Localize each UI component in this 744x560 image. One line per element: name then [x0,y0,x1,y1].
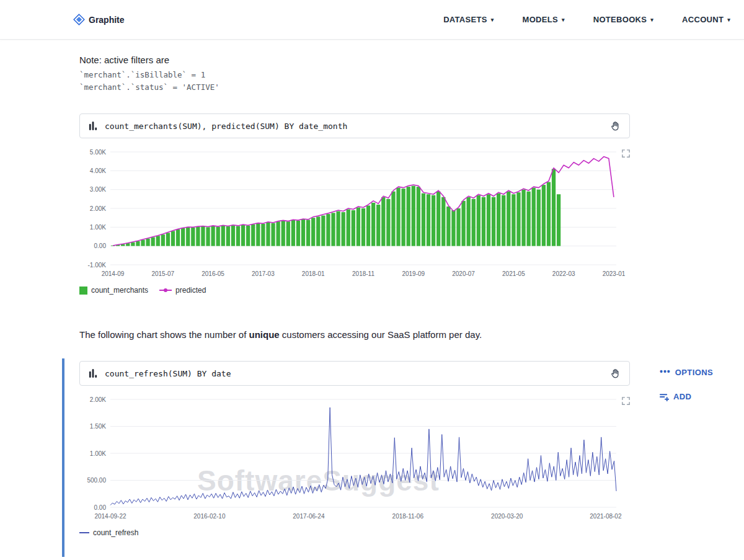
options-label: OPTIONS [675,368,713,377]
main-nav: DATASETS ▾ MODELS ▾ NOTEBOOKS ▾ ACCOUNT … [443,15,730,24]
merchants-chart-legend: count_merchants predicted [79,286,630,295]
caret-down-icon: ▾ [562,17,565,23]
svg-text:1.00K: 1.00K [90,450,106,457]
caret-down-icon: ▾ [727,17,730,23]
refresh-chart-header: count_refresh(SUM) BY date [79,361,630,386]
refresh-chart-title: count_refresh(SUM) BY date [105,369,603,378]
options-button[interactable]: ••• OPTIONS [660,367,744,377]
svg-text:500.00: 500.00 [87,477,106,484]
svg-text:2020-03-20: 2020-03-20 [491,513,523,520]
svg-text:2017-06-24: 2017-06-24 [293,513,325,520]
caret-down-icon: ▾ [491,17,494,23]
graphite-logo-icon [73,14,85,25]
refresh-chart-area: SoftwareSuggest 2.00K1.50K1.00K500.000.0… [79,394,630,523]
bar-chart-icon [88,368,98,379]
svg-text:4.00K: 4.00K [90,167,106,174]
content: Note: active filters are `merchant`.`isB… [0,40,744,537]
drag-handle-icon[interactable] [609,368,621,380]
merchants-chart-header: count_merchants(SUM), predicted(SUM) BY … [79,113,630,138]
nav-notebooks[interactable]: NOTEBOOKS ▾ [593,15,653,24]
svg-text:5.00K: 5.00K [90,149,106,156]
nav-account-label: ACCOUNT [682,15,724,24]
svg-text:2021-05: 2021-05 [502,270,525,277]
legend-label: count_refresh [93,528,138,537]
svg-text:2014-09-22: 2014-09-22 [94,513,126,520]
svg-text:2.00K: 2.00K [90,205,106,212]
svg-text:2016-05: 2016-05 [202,270,224,277]
svg-text:2018-01: 2018-01 [302,270,325,277]
svg-text:2023-01: 2023-01 [603,270,626,277]
svg-text:2.00K: 2.00K [90,396,106,403]
merchants-chart-area: 5.00K4.00K3.00K2.00K1.00K0.00-1.00K2014-… [79,147,630,281]
nav-datasets-label: DATASETS [443,15,487,24]
description-paragraph: The following chart shows the number of … [79,329,744,340]
legend-label: predicted [175,286,206,295]
refresh-chart-legend: count_refresh [79,528,630,537]
svg-text:-1.00K: -1.00K [88,262,107,269]
ellipsis-icon: ••• [660,367,671,376]
green-bar-swatch [79,287,87,295]
svg-text:2016-02-10: 2016-02-10 [193,513,226,520]
svg-text:2017-03: 2017-03 [252,270,275,277]
nav-models-label: MODELS [523,15,558,24]
svg-text:2021-08-02: 2021-08-02 [590,513,622,520]
filter-expression: `merchant`.`isBillable` = 1 [79,69,744,81]
merchants-chart-block: count_merchants(SUM), predicted(SUM) BY … [79,113,630,295]
nav-datasets[interactable]: DATASETS ▾ [443,15,494,24]
caret-down-icon: ▾ [650,17,653,23]
page: Graphite DATASETS ▾ MODELS ▾ NOTEBOOKS ▾… [0,0,744,560]
add-button[interactable]: ADD [660,392,744,401]
drag-handle-icon[interactable] [609,120,621,132]
blue-line-swatch [79,532,89,533]
side-actions: ••• OPTIONS ADD [660,367,744,401]
note-title: Note: active filters are [79,55,744,65]
nav-notebooks-label: NOTEBOOKS [593,15,647,24]
add-list-icon [660,393,669,401]
nav-models[interactable]: MODELS ▾ [523,15,565,24]
merchants-chart-svg[interactable]: 5.00K4.00K3.00K2.00K1.00K0.00-1.00K2014-… [79,147,630,281]
selection-accent-bar [62,358,64,557]
magenta-line-swatch [159,290,172,291]
svg-text:1.50K: 1.50K [90,423,106,430]
merchants-chart-title: count_merchants(SUM), predicted(SUM) BY … [105,122,603,131]
legend-count-refresh[interactable]: count_refresh [79,528,138,537]
bar-chart-icon [88,121,98,131]
svg-text:0.00: 0.00 [94,242,107,249]
brand-name: Graphite [89,15,125,25]
svg-text:2015-07: 2015-07 [151,270,174,277]
svg-text:2018-11: 2018-11 [352,270,374,277]
svg-text:3.00K: 3.00K [90,186,106,193]
svg-text:2018-11-06: 2018-11-06 [392,513,424,520]
top-nav-bar: Graphite DATASETS ▾ MODELS ▾ NOTEBOOKS ▾… [0,0,744,40]
legend-count-merchants[interactable]: count_merchants [79,286,148,295]
legend-label: count_merchants [91,286,148,295]
svg-text:2020-07: 2020-07 [452,270,475,277]
filter-expression: `merchant`.`status` = 'ACTIVE' [79,81,744,94]
add-label: ADD [673,392,691,401]
refresh-chart-block: count_refresh(SUM) BY date SoftwareSugge… [79,361,630,537]
filters-note: Note: active filters are `merchant`.`isB… [79,55,744,94]
refresh-chart-svg[interactable]: 2.00K1.50K1.00K500.000.002014-09-222016-… [79,394,630,523]
brand[interactable]: Graphite [73,14,125,25]
svg-text:2014-09: 2014-09 [102,270,125,277]
legend-predicted[interactable]: predicted [159,286,206,295]
svg-text:0.00: 0.00 [94,504,107,511]
nav-account[interactable]: ACCOUNT ▾ [682,15,730,24]
svg-text:1.00K: 1.00K [90,224,106,231]
svg-text:2022-03: 2022-03 [552,270,575,277]
svg-text:2019-09: 2019-09 [402,270,425,277]
